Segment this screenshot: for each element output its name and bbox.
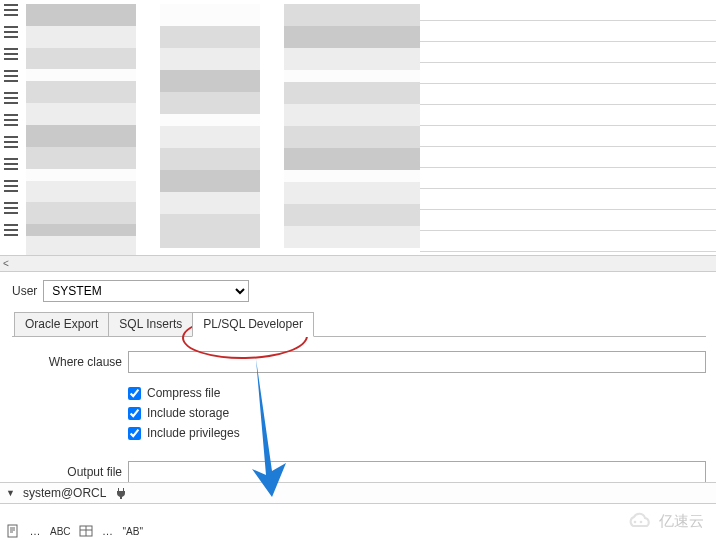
check-include-privileges-input[interactable] (128, 427, 141, 440)
svg-rect-0 (8, 525, 17, 537)
table-icon (4, 4, 18, 16)
tab-label: PL/SQL Developer (203, 317, 303, 331)
user-label: User (12, 284, 37, 298)
grid-icon[interactable] (79, 524, 93, 538)
scroll-left-icon[interactable]: < (3, 258, 9, 269)
doc-icon[interactable] (6, 524, 20, 538)
checkboxes: Compress file Include storage Include pr… (128, 379, 706, 443)
table-icon (4, 92, 18, 104)
table-icon (4, 136, 18, 148)
ruled-list-area (420, 0, 716, 258)
check-include-storage-input[interactable] (128, 407, 141, 420)
plug-icon (114, 486, 128, 500)
user-row: User SYSTEM (12, 280, 706, 302)
tab-sql-inserts[interactable]: SQL Inserts (108, 312, 193, 337)
check-compress-file-input[interactable] (128, 387, 141, 400)
check-label: Compress file (147, 386, 220, 400)
output-file-row: Output file (30, 461, 706, 483)
tab-label: Oracle Export (25, 317, 98, 331)
export-controls: User SYSTEM Oracle Export SQL Inserts PL… (0, 272, 716, 503)
toolbar-separator: … (101, 524, 115, 538)
check-compress-file[interactable]: Compress file (128, 383, 706, 403)
toolbar-separator: … (28, 524, 42, 538)
user-select[interactable]: SYSTEM (43, 280, 249, 302)
check-label: Include storage (147, 406, 229, 420)
table-icon (4, 48, 18, 60)
tab-label: SQL Inserts (119, 317, 182, 331)
check-include-privileges[interactable]: Include privileges (128, 423, 706, 443)
blurred-content (26, 0, 426, 258)
where-clause-input[interactable] (128, 351, 706, 373)
table-icon (4, 114, 18, 126)
output-file-label: Output file (30, 465, 122, 479)
horizontal-scrollbar[interactable]: < (0, 255, 716, 271)
bottom-toolbar: … ABC … "AB" (0, 521, 716, 541)
tab-plsql-developer[interactable]: PL/SQL Developer (192, 312, 314, 337)
table-icon (4, 26, 18, 38)
table-icon (4, 180, 18, 192)
tab-panel: Where clause Compress file Include stora… (12, 336, 706, 503)
table-icon (4, 158, 18, 170)
table-icon (4, 224, 18, 236)
toolbar-text-ab[interactable]: "AB" (123, 526, 143, 537)
where-clause-row: Where clause (30, 351, 706, 373)
check-label: Include privileges (147, 426, 240, 440)
output-file-input[interactable] (128, 461, 706, 483)
collapse-icon[interactable]: ▼ (6, 488, 15, 498)
status-connection: system@ORCL (23, 486, 107, 500)
row-icon-strip (0, 0, 26, 254)
status-bar: ▼ system@ORCL (0, 482, 716, 504)
table-icon (4, 202, 18, 214)
object-list-area: < (0, 0, 716, 272)
where-clause-label: Where clause (30, 355, 122, 369)
tab-oracle-export[interactable]: Oracle Export (14, 312, 109, 337)
toolbar-text-abc[interactable]: ABC (50, 526, 71, 537)
export-tabs: Oracle Export SQL Inserts PL/SQL Develop… (14, 312, 706, 337)
table-icon (4, 70, 18, 82)
check-include-storage[interactable]: Include storage (128, 403, 706, 423)
